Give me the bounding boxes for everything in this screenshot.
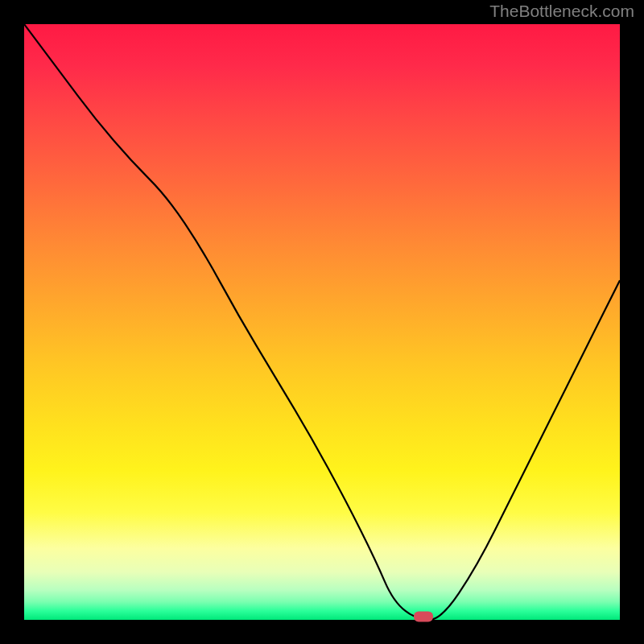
watermark-text: TheBottleneck.com: [489, 2, 634, 21]
bottleneck-curve: [24, 24, 620, 620]
chart-plot-area: [24, 24, 620, 620]
optimal-marker: [414, 612, 433, 622]
